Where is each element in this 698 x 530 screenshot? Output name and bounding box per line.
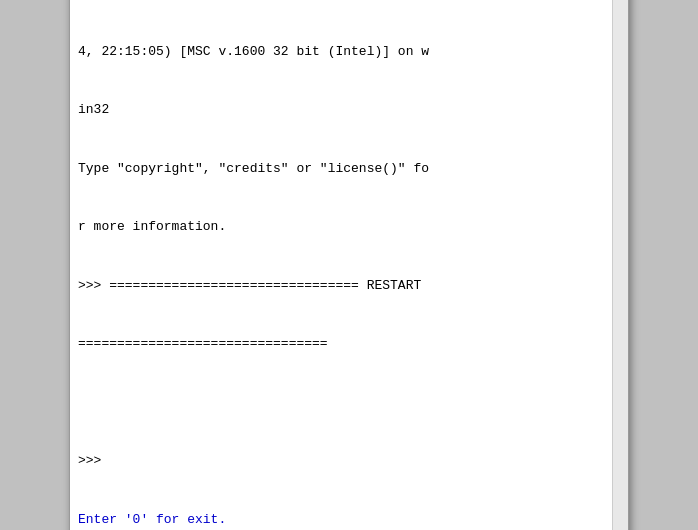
shell-line-prompt: >>> — [78, 451, 604, 471]
shell-line-blank — [78, 393, 604, 413]
shell-line-2b: r more information. — [78, 217, 604, 237]
scrollbar: ▲ ▼ — [612, 0, 628, 530]
python-shell-window: *Python 3.4.2 Shell* — □ ✕ File Edit She… — [69, 0, 629, 530]
shell-content: Python 3.4.2 (v3.4.2:ab2c023a9432, Oct 6… — [70, 0, 628, 530]
scroll-track[interactable] — [613, 0, 628, 530]
shell-line-restart2: ================================ — [78, 334, 604, 354]
shell-line-2: Type "copyright", "credits" or "license(… — [78, 159, 604, 179]
shell-line-1b: 4, 22:15:05) [MSC v.1600 32 bit (Intel)]… — [78, 42, 604, 62]
shell-output[interactable]: Python 3.4.2 (v3.4.2:ab2c023a9432, Oct 6… — [70, 0, 612, 530]
shell-line-1c: in32 — [78, 100, 604, 120]
shell-line-1: Python 3.4.2 (v3.4.2:ab2c023a9432, Oct 6… — [78, 0, 604, 3]
shell-line-restart1: >>> ================================ RES… — [78, 276, 604, 296]
shell-line-enter0: Enter '0' for exit. — [78, 510, 604, 530]
